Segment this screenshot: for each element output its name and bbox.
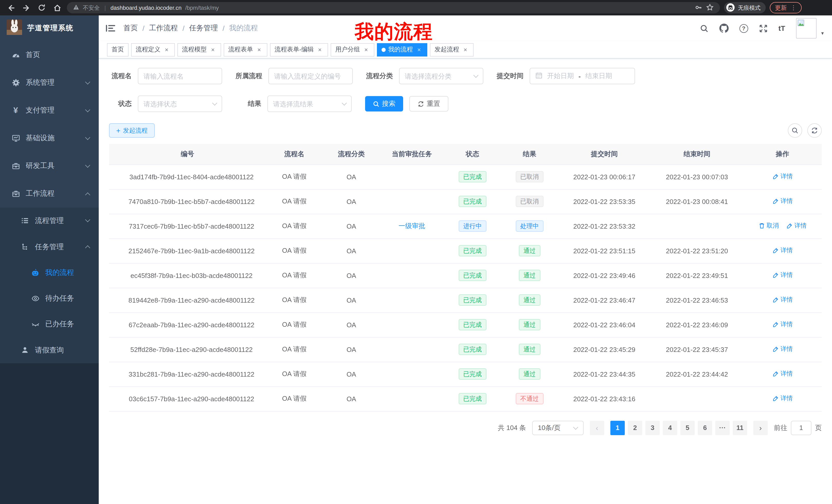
forward-icon[interactable] [21,2,32,13]
cell-id: 819442e8-7b9a-11ec-a290-acde48001122 [109,288,266,312]
breadcrumb-item[interactable]: 任务管理 [189,24,218,33]
sidebar-item-task-mgmt[interactable]: 任务管理 [0,234,99,260]
goto-page-input[interactable] [791,421,811,435]
tab[interactable]: 流程表单× [224,43,267,56]
browser-update-button[interactable]: 更新 ⋮ [770,2,802,13]
page-number-button[interactable]: 4 [663,421,677,435]
tab[interactable]: 首页 [107,43,129,56]
page-number-button[interactable]: 1 [610,421,625,435]
home-icon[interactable] [51,2,63,13]
page-size-select[interactable]: 10条/页 [532,421,583,435]
avatar[interactable] [796,18,816,38]
detail-button[interactable]: 详情 [772,394,793,403]
sidebar-item-todo-tasks[interactable]: 待办任务 [0,286,99,311]
chevron-down-icon[interactable]: ▾ [821,30,824,36]
font-size-icon[interactable]: tT [779,24,785,32]
logo-image [7,20,22,37]
detail-button[interactable]: 详情 [772,172,793,181]
url-host: dashboard.yudao.iocoder.cn [110,5,182,11]
tab[interactable]: 发起流程× [430,43,474,56]
tab[interactable]: 流程表单-编辑× [270,43,328,56]
next-page-button[interactable]: › [753,421,768,435]
close-icon[interactable]: × [209,46,216,53]
cell-id: 67c2eaab-7b9a-11ec-a290-acde48001122 [109,312,266,337]
fullscreen-icon[interactable] [759,24,768,33]
page-number-button[interactable]: 6 [698,421,712,435]
sidebar-item-label: 研发工具 [26,161,54,171]
date-range-picker[interactable]: 开始日期 - 结束日期 [530,68,635,84]
close-icon[interactable]: × [163,46,170,53]
list-icon [21,217,29,225]
refresh-button[interactable] [807,123,822,138]
sidebar-item-process-mgmt[interactable]: 流程管理 [0,207,99,234]
bookmark-star-icon[interactable] [706,3,714,12]
tab[interactable]: 流程模型× [177,43,221,56]
process-name-input[interactable] [138,68,222,84]
close-icon[interactable]: × [256,46,263,53]
incognito-icon [726,3,735,12]
detail-button[interactable]: 详情 [772,271,793,279]
address-bar[interactable]: 不安全 | dashboard.yudao.iocoder.cn/bpm/tas… [67,2,720,13]
sidebar-item-leave-query[interactable]: 请假查询 [0,337,99,363]
sidebar-item-label: 流程管理 [35,216,64,225]
github-icon[interactable] [719,24,729,33]
page-number-button[interactable]: 3 [645,421,660,435]
hamburger-icon[interactable] [106,24,115,32]
key-icon[interactable] [695,3,702,12]
tab[interactable]: 用户分组× [331,43,374,56]
back-icon[interactable] [5,2,17,13]
cell-status: 进行中 [444,214,501,239]
browser-menu-icon[interactable]: ⋮ [790,4,797,11]
sidebar-item-devtools[interactable]: 研发工具 [0,152,99,180]
breadcrumb-item[interactable]: 首页 [123,24,138,33]
page-number-button[interactable]: 11 [733,421,747,435]
close-icon[interactable]: × [415,46,423,53]
page-number-button[interactable]: 2 [628,421,642,435]
tab[interactable]: 流程定义× [131,43,175,56]
category-select[interactable] [399,68,483,84]
help-icon[interactable]: ? [739,24,748,33]
app-logo[interactable]: 芋道管理系统 [0,16,99,41]
pagination: 共 104 条 10条/页 ‹ 123456···11 › 前往 页 [109,421,822,435]
prev-page-button[interactable]: ‹ [590,421,604,435]
toggle-search-button[interactable] [788,123,802,138]
sidebar-item-payment[interactable]: ¥ 支付管理 [0,96,99,124]
end-date-input[interactable]: 结束日期 [586,72,612,81]
cell-submit-time: 2022-01-23 00:06:17 [558,164,650,189]
close-icon[interactable]: × [363,46,370,53]
process-definition-input[interactable] [268,68,353,84]
create-process-button[interactable]: + 发起流程 [109,123,155,138]
tab-active[interactable]: 我的流程× [377,43,427,56]
sidebar-item-done-tasks[interactable]: 已办任务 [0,311,99,337]
detail-button[interactable]: 详情 [772,246,793,255]
sidebar-item-infra[interactable]: 基础设施 [0,124,99,152]
reload-icon[interactable] [36,2,47,13]
page-ellipsis[interactable]: ··· [715,421,730,435]
breadcrumb-item[interactable]: 工作流程 [149,24,178,33]
detail-button[interactable]: 详情 [772,296,793,304]
search-icon[interactable] [700,24,709,33]
cell-process-name: OA 请假 [266,189,323,214]
reset-button[interactable]: 重置 [409,96,448,111]
start-date-input[interactable]: 开始日期 [547,72,574,81]
result-select[interactable] [267,95,352,112]
sidebar-item-home[interactable]: 首页 [0,41,99,69]
detail-button[interactable]: 详情 [772,369,793,378]
sidebar-item-workflow[interactable]: 工作流程 [0,180,99,207]
detail-button[interactable]: 详情 [772,197,793,205]
close-icon[interactable]: × [316,46,323,53]
close-icon[interactable]: × [462,46,469,53]
detail-button[interactable]: 详情 [772,320,793,329]
yen-icon: ¥ [11,106,20,115]
cell-current-task [380,239,444,263]
sidebar-item-my-process[interactable]: 我的流程 [0,260,99,286]
search-button[interactable]: 搜索 [365,96,403,111]
status-select[interactable] [138,95,222,112]
sidebar-item-system[interactable]: 系统管理 [0,69,99,96]
cancel-button[interactable]: 取消 [758,221,779,230]
page-number-button[interactable]: 5 [680,421,695,435]
detail-button[interactable]: 详情 [772,345,793,354]
task-link[interactable]: 一级审批 [398,222,425,230]
detail-button[interactable]: 详情 [786,221,807,230]
table-row: 819442e8-7b9a-11ec-a290-acde48001122OA 请… [109,288,822,312]
